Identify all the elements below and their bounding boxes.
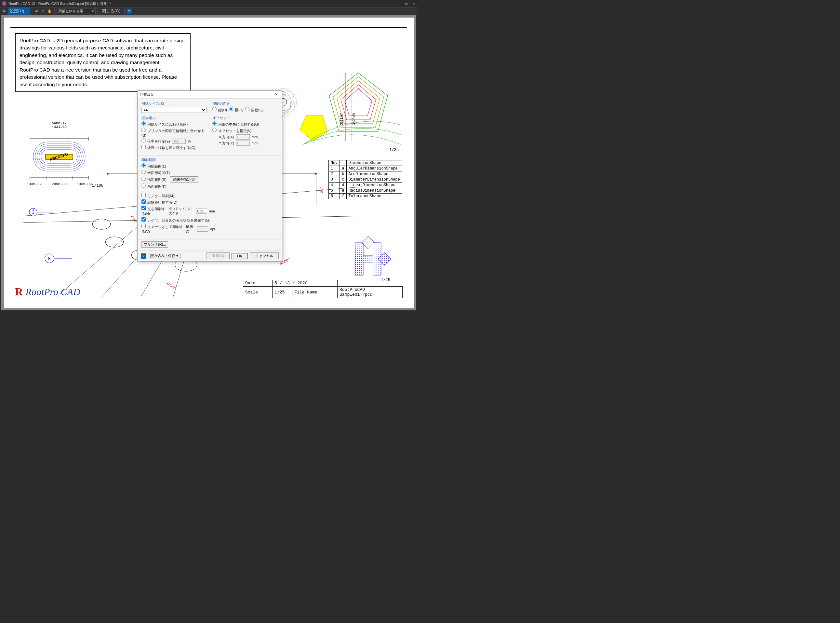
dialog-close-icon[interactable]: ✕ [273, 92, 279, 97]
view-mode-dropdown[interactable]: 用紙全体を表示▾ [57, 8, 96, 14]
ok-button[interactable]: OK [231, 253, 248, 259]
help-icon[interactable]: ? [127, 8, 132, 14]
dot-size-label: 点（ドット）の大きさ [169, 207, 194, 216]
title-block: Date 5 / 13 / 2020 Scale 1/25 File Name … [243, 280, 403, 298]
description-box: RootPro CAD is 2D general-purpose CAD so… [15, 33, 190, 92]
offset-y-input[interactable] [236, 141, 250, 146]
offset-x-input[interactable] [236, 134, 250, 140]
window-title: RootPro CAD 12 - RootProCAD Sample01.rpc… [8, 1, 111, 6]
dialog-title: 印刷設定 [140, 92, 155, 97]
table-row: 6fToleranceShape [328, 193, 402, 199]
table-row: 5eRadiusDimensionShape [328, 188, 402, 193]
offset-specify-radio[interactable]: オフセットを指定(V) [212, 128, 252, 134]
as-image-check[interactable]: イメージとして印刷する(V) [141, 224, 184, 234]
table-row: 4dLinearDimensionShape [328, 183, 402, 188]
res-unit: dpi [210, 227, 215, 231]
ratio-unit: % [188, 139, 191, 143]
ratio-radio[interactable]: 倍率を指定(E) [141, 138, 170, 144]
scale-1-25-a: 1/25 [389, 148, 399, 152]
product-logo: R RootPro CAD [15, 285, 80, 298]
range-screen-radio[interactable]: 画面範囲(K) [141, 184, 167, 189]
orient-auto[interactable]: 自動(Q) [245, 107, 264, 112]
zoom-in-icon[interactable]: ⊕ [34, 8, 39, 14]
printer-button[interactable]: プリンタ(R)... [141, 241, 168, 247]
logo-label: RootPro CAD [26, 286, 80, 297]
range-specify-radio[interactable]: 指定範囲(S) [141, 176, 167, 182]
range-paper-radio[interactable]: 用紙範囲(L) [141, 163, 166, 169]
scale-lines-check[interactable]: 線種・線幅も拡大縮小する(C) [141, 145, 195, 150]
layer-priority-check[interactable]: レイヤ、部分図の表示状態を優先する(I [141, 217, 210, 223]
dimension-shape-table: No.DimensionShape 1aAngularDimensionShap… [328, 160, 402, 199]
offset-label: オフセット [212, 115, 277, 120]
app-logo-icon [2, 1, 6, 6]
ratio-input[interactable] [172, 138, 186, 144]
description-text: RootPro CAD is 2D general-purpose CAD so… [20, 37, 186, 88]
paper-size-select[interactable]: A4 [141, 107, 207, 113]
maximize-icon[interactable]: ▭ [405, 2, 408, 6]
print-settings-dialog: 印刷設定 ✕ 用紙サイズ(Z) A4 印刷の向き 縦(O) 横(H) 自動(Q) [137, 91, 282, 262]
res-input[interactable] [197, 226, 208, 232]
range-all-radio[interactable]: 全図形範囲(T) [141, 170, 170, 175]
offset-x-label: X 方向(X) [219, 135, 234, 140]
orientation-label: 印刷の向き [212, 101, 277, 106]
dot-size-input[interactable] [196, 209, 207, 214]
close-button[interactable]: 閉じる(C) [100, 8, 123, 15]
points-check[interactable]: 点を印刷する(N) [141, 206, 167, 216]
pan-icon[interactable]: ✋ [47, 8, 52, 14]
toolbar: 🖶 設定(U)... ⊕ ⊖ ✋ 用紙全体を表示▾ 閉じる(C) ? [0, 7, 418, 15]
settings-button[interactable]: 設定(U)... [8, 8, 30, 15]
offset-x-unit: mm [252, 135, 258, 139]
load-save-button[interactable]: 読み込み・保存 ▾ [148, 253, 181, 259]
minimize-icon[interactable]: — [397, 2, 400, 6]
range-label: 印刷範囲 [141, 158, 200, 162]
mono-check[interactable]: モノクロ印刷(M) [141, 193, 174, 198]
titlebar: RootPro CAD 12 - RootProCAD Sample01.rpc… [0, 0, 418, 7]
orient-landscape[interactable]: 横(H) [229, 107, 243, 112]
print-icon[interactable]: 🖶 [1, 8, 6, 14]
cancel-button[interactable]: キャンセル [250, 252, 279, 259]
dialog-help-icon[interactable]: ? [141, 253, 146, 259]
dot-unit: mm [209, 209, 215, 213]
fit-printable-radio[interactable]: プリンタの印刷可能領域に合わせる(B) [141, 128, 207, 137]
table-row: 1aAngularDimensionShape [328, 166, 402, 172]
view-mode-label: 用紙全体を表示 [58, 9, 83, 14]
logo-r-icon: R [15, 285, 23, 298]
orient-portrait[interactable]: 縦(O) [212, 107, 227, 112]
apply-button[interactable]: 適用(A) [207, 252, 230, 259]
res-label: 解像度 [186, 224, 195, 234]
fit-paper-radio[interactable]: 用紙サイズに合わせる(F) [141, 121, 188, 127]
paper-size-label: 用紙サイズ(Z) [141, 101, 207, 106]
offset-y-unit: mm [252, 141, 258, 145]
table-row: 3cDiameterDimensionShape [328, 177, 402, 183]
close-icon[interactable]: ✕ [413, 2, 415, 6]
table-row: 2bArcDimensionShape [328, 172, 402, 177]
specify-range-button[interactable]: 範囲を指定(U) [170, 176, 198, 183]
offset-y-label: Y 方向(Y) [219, 141, 234, 146]
zoom-out-icon[interactable]: ⊖ [41, 8, 46, 14]
linewidth-check[interactable]: 線幅を印刷する(D) [141, 199, 177, 205]
scaling-label: 拡大縮小 [141, 115, 207, 120]
offset-center-radio[interactable]: 用紙の中央に印刷する(G) [212, 121, 259, 127]
